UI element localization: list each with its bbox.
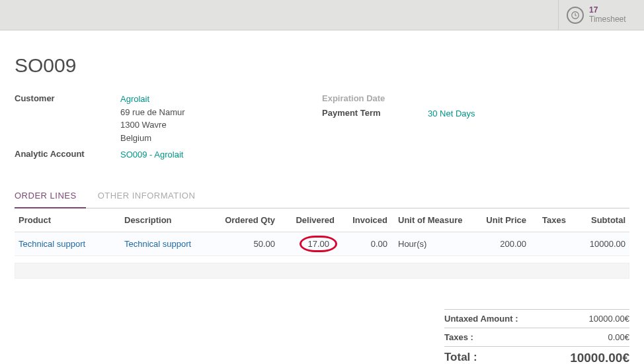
cell-unit-price[interactable]: 200.00 <box>471 232 530 255</box>
customer-country: Belgium <box>120 133 151 143</box>
cell-ordered[interactable]: 50.00 <box>220 232 279 255</box>
tabs: ORDER LINES OTHER INFORMATION <box>15 185 629 208</box>
customer-name-link[interactable]: Agrolait <box>120 94 149 104</box>
untaxed-value: 10000.00€ <box>589 314 629 324</box>
col-delivered[interactable]: Delivered <box>279 208 339 232</box>
customer-street: 69 rue de Namur <box>120 107 185 117</box>
col-invoiced[interactable]: Invoiced <box>339 208 391 232</box>
col-unit-price[interactable]: Unit Price <box>471 208 530 232</box>
customer-value[interactable]: Agrolait 69 rue de Namur 1300 Wavre Belg… <box>120 93 322 144</box>
untaxed-label: Untaxed Amount : <box>444 314 518 324</box>
timesheet-label: Timesheet <box>589 15 626 24</box>
total-label: Total : <box>444 351 477 365</box>
timesheet-button[interactable]: 17 Timesheet <box>558 0 644 30</box>
timesheet-count: 17 <box>589 6 626 15</box>
tab-other-information[interactable]: OTHER INFORMATION <box>98 185 205 208</box>
col-ordered[interactable]: Ordered Qty <box>220 208 279 232</box>
cell-product[interactable]: Technical support <box>15 232 120 255</box>
delivered-highlight: 17.00 <box>302 238 335 250</box>
taxes-label: Taxes : <box>444 332 473 342</box>
col-taxes[interactable]: Taxes <box>530 208 570 232</box>
table-footer-bar <box>15 263 629 279</box>
cell-invoiced[interactable]: 0.00 <box>339 232 391 255</box>
order-lines-table: Product Description Ordered Qty Delivere… <box>15 208 629 256</box>
col-product[interactable]: Product <box>15 208 120 232</box>
tab-order-lines[interactable]: ORDER LINES <box>15 185 86 208</box>
cell-subtotal[interactable]: 10000.00 <box>570 232 629 255</box>
order-name: SO009 <box>15 54 629 77</box>
col-description[interactable]: Description <box>120 208 220 232</box>
analytic-value[interactable]: SO009 - Agrolait <box>120 148 322 161</box>
clock-icon <box>567 7 584 24</box>
analytic-label: Analytic Account <box>15 148 120 159</box>
payment-term-label: Payment Term <box>322 107 428 118</box>
col-subtotal[interactable]: Subtotal <box>570 208 629 232</box>
cell-uom[interactable]: Hour(s) <box>391 232 471 255</box>
expiration-label: Expiration Date <box>322 93 428 103</box>
customer-city: 1300 Wavre <box>120 120 167 130</box>
table-row[interactable]: Technical support Technical support 50.0… <box>15 232 629 255</box>
customer-label: Customer <box>15 93 120 103</box>
top-bar: 17 Timesheet <box>0 0 644 30</box>
col-uom[interactable]: Unit of Measure <box>391 208 471 232</box>
taxes-value: 0.00€ <box>608 332 629 342</box>
total-value: 10000.00€ <box>570 351 629 365</box>
form-content: SO009 Customer Agrolait 69 rue de Namur … <box>0 30 644 364</box>
cell-delivered[interactable]: 17.00 <box>279 232 339 255</box>
totals: Untaxed Amount : 10000.00€ Taxes : 0.00€… <box>444 309 629 365</box>
payment-term-value[interactable]: 30 Net Days <box>428 107 629 120</box>
cell-taxes[interactable] <box>530 232 570 255</box>
cell-description[interactable]: Technical support <box>120 232 220 255</box>
